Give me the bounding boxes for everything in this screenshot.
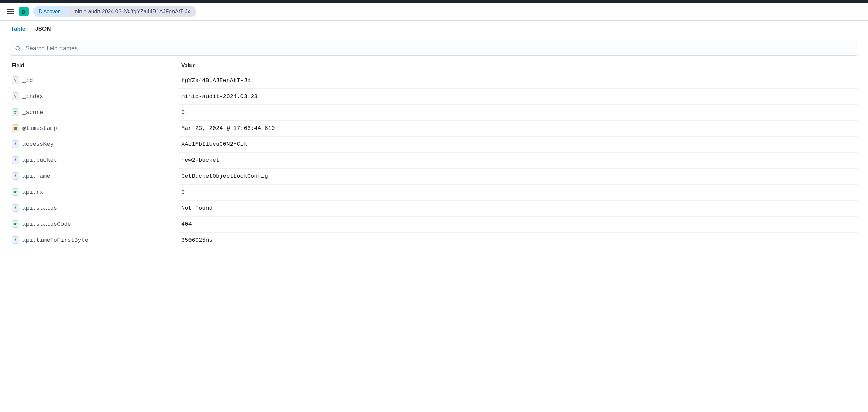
search-icon bbox=[15, 45, 21, 52]
field-name: api.rx bbox=[22, 189, 43, 195]
menu-icon[interactable] bbox=[7, 8, 14, 15]
breadcrumb-document: minio-audit-2024.03.23#fgYZa44B1AJFenAtT… bbox=[66, 6, 196, 17]
field-name: _score bbox=[22, 109, 43, 116]
app-logo-letter: D bbox=[22, 9, 26, 15]
tab-json[interactable]: JSON bbox=[35, 24, 51, 36]
field-type-icon: ? bbox=[12, 76, 19, 84]
field-name: api.timeToFirstByte bbox=[22, 237, 88, 243]
search-input[interactable] bbox=[25, 45, 853, 52]
table-row: tapi.timeToFirstByte3506025ns bbox=[10, 232, 858, 248]
app-header: D Discover minio-audit-2024.03.23#fgYZa4… bbox=[0, 3, 868, 21]
table-row: taccessKeyXAcIMbIlUvuC0N2YCikH bbox=[10, 136, 858, 152]
svg-line-1 bbox=[19, 49, 21, 51]
field-type-icon: ? bbox=[12, 92, 19, 100]
table-row: ▦@timestampMar 23, 2024 @ 17:06:44.610 bbox=[10, 120, 858, 136]
field-type-icon: t bbox=[12, 204, 19, 212]
field-type-icon: t bbox=[12, 236, 19, 244]
field-cell: #api.statusCode bbox=[10, 216, 179, 232]
column-header-field: Field bbox=[10, 59, 179, 72]
field-type-icon: # bbox=[12, 220, 19, 228]
tab-table[interactable]: Table bbox=[11, 24, 25, 36]
field-name: api.status bbox=[22, 205, 57, 211]
field-cell: tapi.bucket bbox=[10, 152, 179, 168]
field-value: 404 bbox=[179, 216, 858, 232]
search-field-names[interactable] bbox=[10, 41, 858, 56]
app-logo[interactable]: D bbox=[19, 7, 29, 16]
window-topbar bbox=[0, 0, 868, 3]
field-cell: ▦@timestamp bbox=[10, 120, 179, 136]
field-cell: tapi.name bbox=[10, 168, 179, 184]
field-value: 0 bbox=[179, 104, 858, 120]
column-header-value: Value bbox=[179, 59, 858, 72]
field-value: XAcIMbIlUvuC0N2YCikH bbox=[179, 136, 858, 152]
field-cell: #_score bbox=[10, 104, 179, 120]
field-cell: tapi.timeToFirstByte bbox=[10, 232, 179, 248]
field-type-icon: t bbox=[12, 140, 19, 148]
field-value: fgYZa44B1AJFenAtT-Jx bbox=[179, 72, 858, 89]
document-fields-table: Field Value ?_idfgYZa44B1AJFenAtT-Jx?_in… bbox=[10, 59, 858, 248]
field-name: @timestamp bbox=[22, 125, 57, 132]
table-row: #api.rx0 bbox=[10, 184, 858, 200]
field-cell: ?_index bbox=[10, 88, 179, 104]
view-tabs: Table JSON bbox=[0, 21, 868, 36]
table-row: #api.statusCode404 bbox=[10, 216, 858, 232]
field-value: Not Found bbox=[179, 200, 858, 216]
table-row: #_score0 bbox=[10, 104, 858, 120]
field-cell: tapi.status bbox=[10, 200, 179, 216]
field-value: GetBucketObjectLockConfig bbox=[179, 168, 858, 184]
field-value: Mar 23, 2024 @ 17:06:44.610 bbox=[179, 120, 858, 136]
field-type-icon: ▦ bbox=[12, 124, 19, 132]
field-type-icon: # bbox=[12, 188, 19, 196]
field-value: new2-bucket bbox=[179, 152, 858, 168]
svg-point-0 bbox=[16, 46, 19, 50]
table-row: tapi.statusNot Found bbox=[10, 200, 858, 216]
field-value: 3506025ns bbox=[179, 232, 858, 248]
breadcrumb: Discover minio-audit-2024.03.23#fgYZa44B… bbox=[33, 6, 196, 17]
field-name: api.bucket bbox=[22, 157, 57, 164]
field-value: 0 bbox=[179, 184, 858, 200]
field-name: api.statusCode bbox=[22, 221, 71, 227]
field-cell: taccessKey bbox=[10, 136, 179, 152]
field-cell: ?_id bbox=[10, 72, 179, 88]
field-value: minio-audit-2024.03.23 bbox=[179, 88, 858, 104]
field-name: api.name bbox=[22, 173, 50, 179]
table-row: ?_idfgYZa44B1AJFenAtT-Jx bbox=[10, 72, 858, 89]
breadcrumb-discover[interactable]: Discover bbox=[33, 6, 66, 17]
field-type-icon: t bbox=[12, 156, 19, 164]
field-name: _index bbox=[22, 93, 43, 100]
field-type-icon: t bbox=[12, 172, 19, 180]
table-row: tapi.nameGetBucketObjectLockConfig bbox=[10, 168, 858, 184]
field-name: accessKey bbox=[22, 141, 54, 148]
field-type-icon: # bbox=[12, 108, 19, 116]
field-cell: #api.rx bbox=[10, 184, 179, 200]
table-row: tapi.bucketnew2-bucket bbox=[10, 152, 858, 168]
table-row: ?_indexminio-audit-2024.03.23 bbox=[10, 88, 858, 104]
field-name: _id bbox=[22, 77, 33, 84]
